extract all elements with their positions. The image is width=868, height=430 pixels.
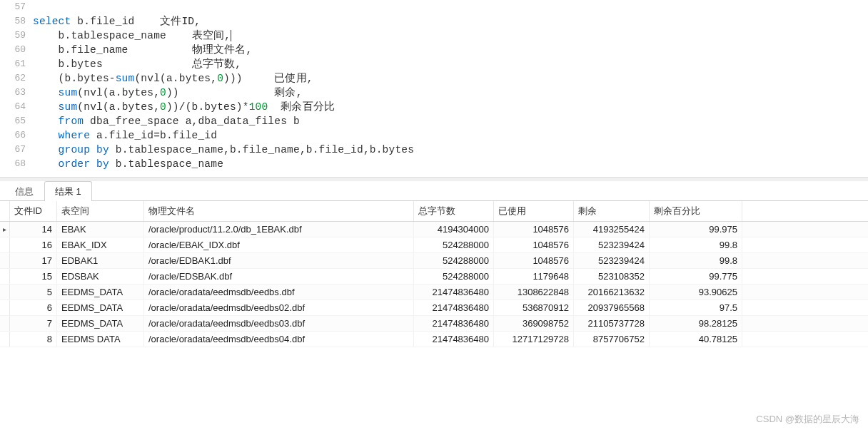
- tab-info[interactable]: 信息: [4, 181, 44, 201]
- cell-tb[interactable]: 21474836480: [414, 316, 494, 331]
- code-text[interactable]: order by b.tablespace_name: [33, 157, 223, 171]
- cell-id[interactable]: 17: [10, 253, 57, 268]
- code-line[interactable]: 59 b.tablespace_name 表空间,: [0, 29, 868, 43]
- cell-fr[interactable]: 20166213632: [574, 285, 650, 300]
- cell-fn[interactable]: /oracle/EDBAK1.dbf: [144, 253, 414, 268]
- code-line[interactable]: 62 (b.bytes-sum(nvl(a.bytes,0))) 已使用,: [0, 71, 868, 86]
- cell-fn[interactable]: /oracle/product/11.2.0/db_1EBAK.dbf: [144, 222, 414, 237]
- cell-us[interactable]: 536870912: [494, 300, 574, 315]
- cell-id[interactable]: 14: [10, 222, 57, 237]
- cell-us[interactable]: 1308622848: [494, 285, 574, 300]
- code-text[interactable]: from dba_free_space a,dba_data_files b: [33, 114, 300, 128]
- col-total-bytes[interactable]: 总字节数: [414, 201, 494, 221]
- cell-id[interactable]: 7: [10, 316, 57, 331]
- cell-pc[interactable]: 99.975: [650, 222, 742, 237]
- cell-ts[interactable]: EBAK: [57, 222, 144, 237]
- code-text[interactable]: b.file_name 物理文件名,: [33, 43, 252, 57]
- cell-fr[interactable]: 20937965568: [574, 300, 650, 315]
- cell-fr[interactable]: 523108352: [574, 269, 650, 284]
- table-row[interactable]: 16EBAK_IDX/oracle/EBAK_IDX.dbf5242880001…: [0, 237, 868, 253]
- table-row[interactable]: 17EDBAK1/oracle/EDBAK1.dbf52428800010485…: [0, 253, 868, 269]
- cell-fr[interactable]: 523239424: [574, 237, 650, 252]
- code-line[interactable]: 65 from dba_free_space a,dba_data_files …: [0, 114, 868, 128]
- cell-fn[interactable]: /oracle/EDSBAK.dbf: [144, 269, 414, 284]
- cell-us[interactable]: 1048576: [494, 222, 574, 237]
- cell-id[interactable]: 6: [10, 300, 57, 315]
- cell-pc[interactable]: 93.90625: [650, 285, 742, 300]
- cell-ts[interactable]: EDBAK1: [57, 253, 144, 268]
- cell-ts[interactable]: EEDMS_DATA: [57, 300, 144, 315]
- cell-pc[interactable]: 99.8: [650, 253, 742, 268]
- cell-ts[interactable]: EDSBAK: [57, 269, 144, 284]
- cell-us[interactable]: 12717129728: [494, 332, 574, 347]
- results-grid[interactable]: 文件ID 表空间 物理文件名 总字节数 已使用 剩余 剩余百分比 ▸14EBAK…: [0, 201, 868, 347]
- cell-id[interactable]: 5: [10, 285, 57, 300]
- cell-id[interactable]: 8: [10, 332, 57, 347]
- sql-editor[interactable]: 5758select b.file_id 文件ID,59 b.tablespac…: [0, 0, 868, 177]
- cell-fn[interactable]: /oracle/oradata/eedmsdb/eedbs04.dbf: [144, 332, 414, 347]
- cell-fr[interactable]: 21105737728: [574, 316, 650, 331]
- cell-fr[interactable]: 4193255424: [574, 222, 650, 237]
- table-row[interactable]: 5EEDMS_DATA/oracle/oradata/eedmsdb/eedbs…: [0, 285, 868, 300]
- table-row[interactable]: ▸14EBAK/oracle/product/11.2.0/db_1EBAK.d…: [0, 222, 868, 237]
- cell-tb[interactable]: 21474836480: [414, 285, 494, 300]
- tab-result-1[interactable]: 结果 1: [44, 181, 92, 201]
- row-indicator: [0, 269, 10, 284]
- code-line[interactable]: 57: [0, 0, 868, 14]
- code-line[interactable]: 64 sum(nvl(a.bytes,0))/(b.bytes)*100 剩余百…: [0, 100, 868, 114]
- cell-tb[interactable]: 524288000: [414, 237, 494, 252]
- cell-fn[interactable]: /oracle/oradata/eedmsdb/eedbs02.dbf: [144, 300, 414, 315]
- col-file-id[interactable]: 文件ID: [10, 201, 57, 221]
- col-free-pct[interactable]: 剩余百分比: [650, 201, 742, 221]
- code-text[interactable]: sum(nvl(a.bytes,0))/(b.bytes)*100 剩余百分比: [33, 100, 335, 114]
- row-indicator: [0, 285, 10, 300]
- cell-ts[interactable]: EEDMS DATA: [57, 332, 144, 347]
- cell-pc[interactable]: 99.8: [650, 237, 742, 252]
- cell-tb[interactable]: 21474836480: [414, 300, 494, 315]
- cell-ts[interactable]: EEDMS_DATA: [57, 316, 144, 331]
- cell-tb[interactable]: 21474836480: [414, 332, 494, 347]
- cell-tb[interactable]: 524288000: [414, 253, 494, 268]
- cell-tb[interactable]: 4194304000: [414, 222, 494, 237]
- cell-tb[interactable]: 524288000: [414, 269, 494, 284]
- code-line[interactable]: 58select b.file_id 文件ID,: [0, 14, 868, 29]
- code-text[interactable]: group by b.tablespace_name,b.file_name,b…: [33, 143, 414, 157]
- col-tablespace[interactable]: 表空间: [57, 201, 144, 221]
- table-row[interactable]: 8EEDMS DATA/oracle/oradata/eedmsdb/eedbs…: [0, 332, 868, 347]
- code-line[interactable]: 67 group by b.tablespace_name,b.file_nam…: [0, 143, 868, 157]
- code-line[interactable]: 61 b.bytes 总字节数,: [0, 57, 868, 71]
- cell-ts[interactable]: EBAK_IDX: [57, 237, 144, 252]
- code-text[interactable]: b.tablespace_name 表空间,: [33, 29, 231, 43]
- cell-pc[interactable]: 99.775: [650, 269, 742, 284]
- cell-pc[interactable]: 97.5: [650, 300, 742, 315]
- cell-fn[interactable]: /oracle/oradata/eedmsdb/eedbs.dbf: [144, 285, 414, 300]
- cell-id[interactable]: 15: [10, 269, 57, 284]
- code-line[interactable]: 66 where a.file_id=b.file_id: [0, 128, 868, 143]
- code-text[interactable]: select b.file_id 文件ID,: [33, 14, 201, 29]
- table-row[interactable]: 6EEDMS_DATA/oracle/oradata/eedmsdb/eedbs…: [0, 300, 868, 316]
- table-row[interactable]: 15EDSBAK/oracle/EDSBAK.dbf52428800011796…: [0, 269, 868, 285]
- col-file-name[interactable]: 物理文件名: [144, 201, 414, 221]
- cell-us[interactable]: 1179648: [494, 269, 574, 284]
- cell-id[interactable]: 16: [10, 237, 57, 252]
- cell-us[interactable]: 369098752: [494, 316, 574, 331]
- cell-fn[interactable]: /oracle/EBAK_IDX.dbf: [144, 237, 414, 252]
- cell-fr[interactable]: 523239424: [574, 253, 650, 268]
- code-line[interactable]: 63 sum(nvl(a.bytes,0)) 剩余,: [0, 86, 868, 100]
- cell-us[interactable]: 1048576: [494, 237, 574, 252]
- cell-pc[interactable]: 98.28125: [650, 316, 742, 331]
- col-used[interactable]: 已使用: [494, 201, 574, 221]
- cell-pc[interactable]: 40.78125: [650, 332, 742, 347]
- code-line[interactable]: 60 b.file_name 物理文件名,: [0, 43, 868, 57]
- code-line[interactable]: 68 order by b.tablespace_name: [0, 157, 868, 171]
- code-text[interactable]: (b.bytes-sum(nvl(a.bytes,0))) 已使用,: [33, 71, 313, 86]
- table-row[interactable]: 7EEDMS_DATA/oracle/oradata/eedmsdb/eedbs…: [0, 316, 868, 332]
- cell-fr[interactable]: 8757706752: [574, 332, 650, 347]
- col-free[interactable]: 剩余: [574, 201, 650, 221]
- code-text[interactable]: sum(nvl(a.bytes,0)) 剩余,: [33, 86, 303, 100]
- cell-ts[interactable]: EEDMS_DATA: [57, 285, 144, 300]
- code-text[interactable]: b.bytes 总字节数,: [33, 57, 241, 71]
- cell-us[interactable]: 1048576: [494, 253, 574, 268]
- cell-fn[interactable]: /oracle/oradata/eedmsdb/eedbs03.dbf: [144, 316, 414, 331]
- code-text[interactable]: where a.file_id=b.file_id: [33, 128, 217, 143]
